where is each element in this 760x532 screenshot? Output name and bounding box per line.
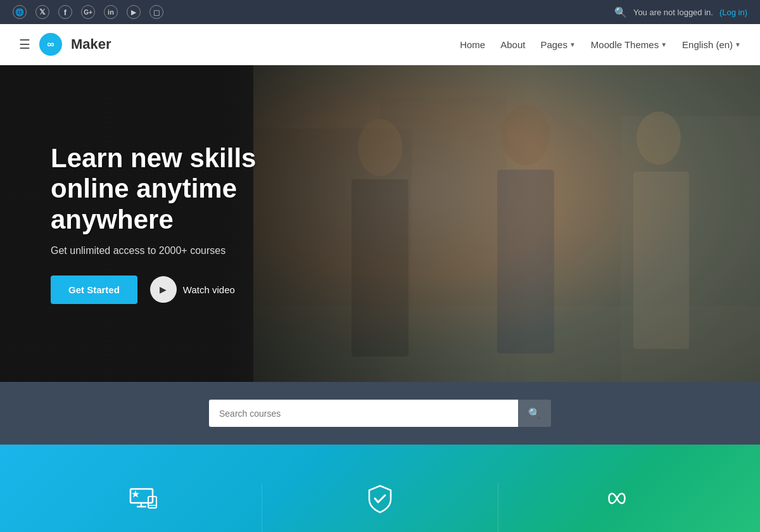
- globe-icon[interactable]: 🌐: [13, 5, 27, 19]
- pages-dropdown-arrow: ▼: [569, 41, 576, 48]
- login-text: You are not logged in.: [633, 8, 713, 17]
- infinity-icon: [524, 483, 709, 521]
- benefit-one: Benefit One Outline a benefit here. You …: [25, 483, 262, 532]
- benefit-three: Benefit Three Outline a benefit here. Yo…: [498, 483, 735, 532]
- nav-pages[interactable]: Pages ▼: [540, 39, 575, 50]
- hero-title: Learn new skills online anytime anywhere: [51, 143, 317, 235]
- watch-video-label: Watch video: [183, 284, 235, 295]
- watch-video-button[interactable]: ▶ Watch video: [150, 276, 235, 303]
- hero-content: Learn new skills online anytime anywhere…: [51, 143, 317, 304]
- get-started-button[interactable]: Get Started: [51, 276, 137, 304]
- googleplus-icon[interactable]: G+: [81, 5, 95, 19]
- logo-name: Maker: [71, 36, 111, 53]
- monitor-star-icon: [51, 483, 236, 521]
- top-bar-right: 🔍 You are not logged in. (Log in): [614, 6, 747, 18]
- search-section: 🔍: [0, 382, 760, 445]
- facebook-icon[interactable]: f: [58, 5, 72, 19]
- login-link[interactable]: (Log in): [719, 8, 747, 17]
- nav-about[interactable]: About: [500, 39, 525, 50]
- linkedin-icon[interactable]: in: [104, 5, 118, 19]
- search-box: 🔍: [209, 400, 551, 427]
- social-icons: 🌐 𝕏 f G+ in ▶ ◻: [13, 5, 163, 19]
- play-icon: ▶: [150, 276, 177, 303]
- language-dropdown-arrow: ▼: [735, 41, 741, 48]
- moodle-dropdown-arrow: ▼: [661, 41, 667, 48]
- benefits-section: Benefit One Outline a benefit here. You …: [0, 445, 760, 532]
- nav-home[interactable]: Home: [460, 39, 485, 50]
- instagram-icon[interactable]: ◻: [149, 5, 163, 19]
- header: ☰ ∞ Maker Home About Pages ▼ Moodle Them…: [0, 24, 760, 65]
- hero-section: Learn new skills online anytime anywhere…: [0, 65, 760, 382]
- search-button[interactable]: 🔍: [518, 400, 551, 427]
- youtube-icon[interactable]: ▶: [127, 5, 141, 19]
- search-icon[interactable]: 🔍: [614, 6, 627, 18]
- benefit-two: Benefit Two Outline a benefit here. You …: [262, 483, 498, 532]
- header-left: ☰ ∞ Maker: [19, 33, 111, 56]
- hero-buttons: Get Started ▶ Watch video: [51, 276, 317, 304]
- nav-language[interactable]: English (en) ▼: [682, 39, 741, 50]
- twitter-icon[interactable]: 𝕏: [35, 5, 49, 19]
- top-bar: 🌐 𝕏 f G+ in ▶ ◻ 🔍 You are not logged in.…: [0, 0, 760, 24]
- search-input[interactable]: [209, 400, 518, 427]
- nav-moodle-themes[interactable]: Moodle Themes ▼: [591, 39, 667, 50]
- logo-icon: ∞: [39, 33, 62, 56]
- main-nav: Home About Pages ▼ Moodle Themes ▼ Engli…: [460, 39, 741, 50]
- hamburger-menu[interactable]: ☰: [19, 37, 30, 52]
- svg-marker-15: [132, 490, 139, 498]
- hero-subtitle: Get unlimited access to 2000+ courses: [51, 245, 317, 256]
- shield-check-icon: [288, 483, 473, 521]
